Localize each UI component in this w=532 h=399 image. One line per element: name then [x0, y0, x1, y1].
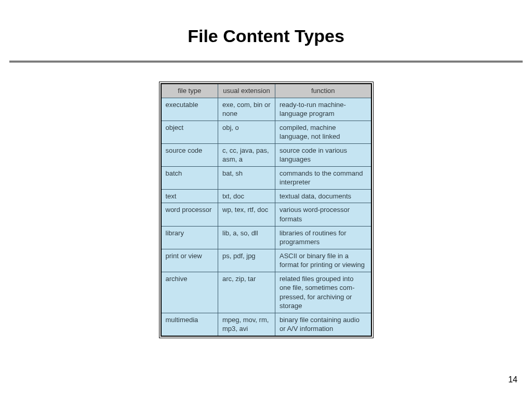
cell-extension: arc, zip, tar [218, 272, 275, 313]
page-title: File Content Types [9, 26, 523, 46]
table-row: print or viewps, pdf, jpgASCII or binary… [161, 249, 371, 272]
table-row: texttxt, doctextual data, documents [161, 189, 371, 203]
cell-file-type: source code [161, 143, 218, 166]
cell-file-type: archive [161, 272, 218, 313]
cell-extension: bat, sh [218, 166, 275, 189]
table-header-row: file type usual extension function [161, 84, 371, 98]
cell-function: related files grouped into one file, som… [275, 272, 371, 313]
cell-file-type: executable [161, 98, 218, 121]
cell-function: textual data, documents [275, 189, 371, 203]
cell-function: ready-to-run machine-language program [275, 98, 371, 121]
table-row: multimediampeg, mov, rm, mp3, avibinary … [161, 313, 371, 336]
header-file-type: file type [161, 84, 218, 98]
header-extension: usual extension [218, 84, 275, 98]
header-function: function [275, 84, 371, 98]
cell-file-type: library [161, 226, 218, 249]
cell-function: source code in various languages [275, 143, 371, 166]
cell-function: ASCII or binary file in a format for pri… [275, 249, 371, 272]
cell-extension: c, cc, java, pas, asm, a [218, 143, 275, 166]
cell-file-type: text [161, 189, 218, 203]
cell-function: binary file containing audio or A/V info… [275, 313, 371, 336]
table-row: word processorwp, tex, rtf, docvarious w… [161, 203, 371, 226]
table-row: source codec, cc, java, pas, asm, asourc… [161, 143, 371, 166]
cell-function: compiled, machine language, not linked [275, 121, 371, 143]
cell-extension: wp, tex, rtf, doc [218, 203, 275, 226]
cell-extension: txt, doc [218, 189, 275, 203]
cell-file-type: object [161, 121, 218, 143]
cell-function: various word-processor formats [275, 203, 371, 226]
cell-extension: ps, pdf, jpg [218, 249, 275, 272]
table-row: executableexe, com, bin or noneready-to-… [161, 98, 371, 121]
cell-extension: obj, o [218, 121, 275, 143]
table-row: objectobj, ocompiled, machine language, … [161, 121, 371, 143]
cell-extension: exe, com, bin or none [218, 98, 275, 121]
page-number: 14 [508, 375, 517, 384]
cell-function: commands to the command interpreter [275, 166, 371, 189]
divider [9, 61, 523, 62]
cell-extension: lib, a, so, dll [218, 226, 275, 249]
table-row: batchbat, shcommands to the command inte… [161, 166, 371, 189]
cell-file-type: word processor [161, 203, 218, 226]
cell-file-type: batch [161, 166, 218, 189]
cell-function: libraries of routines for programmers [275, 226, 371, 249]
cell-file-type: print or view [161, 249, 218, 272]
table-row: archivearc, zip, tarrelated files groupe… [161, 272, 371, 313]
cell-file-type: multimedia [161, 313, 218, 336]
file-types-table: file type usual extension function execu… [161, 83, 372, 337]
table-row: librarylib, a, so, dlllibraries of routi… [161, 226, 371, 249]
cell-extension: mpeg, mov, rm, mp3, avi [218, 313, 275, 336]
